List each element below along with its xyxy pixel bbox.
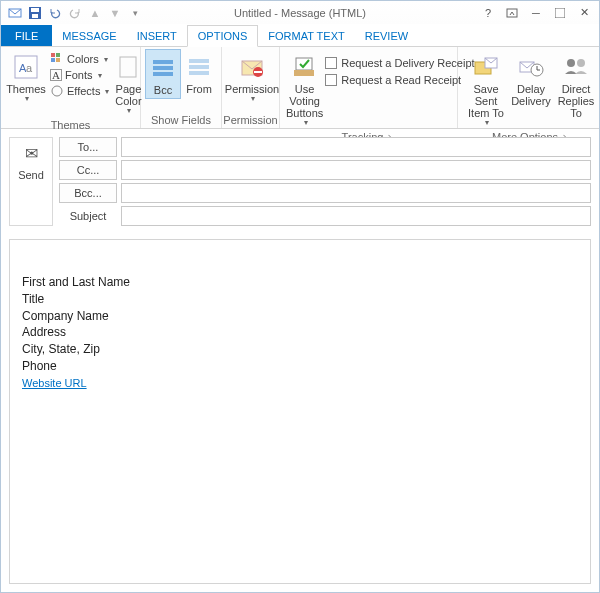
svg-text:a: a xyxy=(26,62,33,74)
svg-rect-20 xyxy=(189,71,209,75)
from-icon xyxy=(185,53,213,81)
qat-customize-icon[interactable]: ▾ xyxy=(127,5,143,21)
minimize-icon[interactable]: ─ xyxy=(527,5,545,21)
quick-access-toolbar: ▲ ▼ ▾ xyxy=(1,5,149,21)
delivery-receipt-checkbox[interactable]: Request a Delivery Receipt xyxy=(325,55,474,71)
save-icon[interactable] xyxy=(27,5,43,21)
send-button[interactable]: ✉ Send xyxy=(9,137,53,226)
redo-icon[interactable] xyxy=(67,5,83,21)
undo-icon[interactable] xyxy=(47,5,63,21)
group-permission-label: Permission xyxy=(223,114,277,126)
svg-rect-9 xyxy=(51,53,55,57)
checkbox-icon xyxy=(325,74,337,86)
bcc-button[interactable]: Bcc... xyxy=(59,183,117,203)
voting-icon xyxy=(291,53,319,81)
permission-button[interactable]: Permission▾ xyxy=(226,49,278,106)
subject-input[interactable] xyxy=(121,206,591,226)
compose-window: ▲ ▼ ▾ Untitled - Message (HTML) ? ─ ✕ FI… xyxy=(0,0,600,593)
svg-rect-10 xyxy=(56,53,60,57)
bcc-input[interactable] xyxy=(121,183,591,203)
signature-line: City, State, Zip xyxy=(22,341,578,358)
themes-button[interactable]: Aa Themes▾ xyxy=(5,49,47,106)
close-icon[interactable]: ✕ xyxy=(575,5,593,21)
group-show-fields-label: Show Fields xyxy=(151,114,211,126)
prev-icon[interactable]: ▲ xyxy=(87,5,103,21)
save-sent-button[interactable]: Save Sent Item To▾ xyxy=(462,49,510,130)
title-bar: ▲ ▼ ▾ Untitled - Message (HTML) ? ─ ✕ xyxy=(1,1,599,25)
from-button[interactable]: From xyxy=(181,49,217,97)
subject-label: Subject xyxy=(59,210,117,222)
ribbon-tabs: FILE MESSAGE INSERT OPTIONS FORMAT TEXT … xyxy=(1,25,599,47)
window-controls: ? ─ ✕ xyxy=(479,5,599,21)
read-receipt-checkbox[interactable]: Request a Read Receipt xyxy=(325,72,474,88)
delay-delivery-button[interactable]: Delay Delivery xyxy=(510,49,552,109)
svg-rect-4 xyxy=(507,9,517,17)
svg-rect-16 xyxy=(153,66,173,70)
page-color-icon xyxy=(114,53,142,81)
svg-rect-24 xyxy=(296,58,312,70)
window-title: Untitled - Message (HTML) xyxy=(234,7,366,19)
svg-rect-15 xyxy=(153,60,173,64)
colors-icon xyxy=(50,52,64,66)
signature-link[interactable]: Website URL xyxy=(22,377,87,389)
bcc-button[interactable]: Bcc xyxy=(145,49,181,99)
svg-rect-11 xyxy=(51,58,55,62)
group-show-fields: Bcc From Show Fields xyxy=(141,47,222,128)
direct-replies-icon xyxy=(562,53,590,81)
cc-input[interactable] xyxy=(121,160,591,180)
app-icon xyxy=(7,5,23,21)
svg-rect-19 xyxy=(189,65,209,69)
signature-line: First and Last Name xyxy=(22,274,578,291)
svg-rect-17 xyxy=(153,72,173,76)
ribbon: Aa Themes▾ Colors▾ AFonts▾ Effects▾ Page… xyxy=(1,47,599,129)
ribbon-toggle-icon[interactable] xyxy=(503,5,521,21)
fonts-button[interactable]: AFonts▾ xyxy=(47,68,112,82)
svg-rect-25 xyxy=(294,70,314,76)
signature-line: Phone xyxy=(22,358,578,375)
fonts-icon: A xyxy=(50,69,62,81)
group-more-options: Save Sent Item To▾ Delay Delivery Direct… xyxy=(458,47,600,128)
colors-button[interactable]: Colors▾ xyxy=(47,51,112,67)
svg-rect-18 xyxy=(189,59,209,63)
save-sent-icon xyxy=(472,53,500,81)
message-header: ✉ Send To... Cc... Bcc... Subject xyxy=(1,129,599,235)
tab-message[interactable]: MESSAGE xyxy=(52,25,126,46)
tab-file[interactable]: FILE xyxy=(1,25,52,46)
effects-icon xyxy=(50,84,64,98)
tab-insert[interactable]: INSERT xyxy=(127,25,187,46)
tab-review[interactable]: REVIEW xyxy=(355,25,418,46)
send-icon: ✉ xyxy=(25,144,38,163)
chevron-down-icon: ▾ xyxy=(25,95,29,104)
to-input[interactable] xyxy=(121,137,591,157)
tab-options[interactable]: OPTIONS xyxy=(187,25,259,47)
bcc-icon xyxy=(149,54,177,82)
group-permission: Permission▾ Permission xyxy=(222,47,280,128)
signature-line: Address xyxy=(22,324,578,341)
svg-rect-12 xyxy=(56,58,60,62)
direct-replies-button[interactable]: Direct Replies To xyxy=(552,49,600,121)
svg-point-13 xyxy=(52,86,62,96)
tab-format-text[interactable]: FORMAT TEXT xyxy=(258,25,354,46)
delay-icon xyxy=(517,53,545,81)
checkbox-icon xyxy=(325,57,337,69)
svg-rect-3 xyxy=(32,14,38,18)
help-icon[interactable]: ? xyxy=(479,5,497,21)
svg-point-31 xyxy=(577,59,585,67)
maximize-icon[interactable] xyxy=(551,5,569,21)
svg-rect-23 xyxy=(254,71,262,73)
svg-rect-5 xyxy=(555,8,565,18)
svg-rect-14 xyxy=(120,57,136,77)
message-body[interactable]: First and Last Name Title Company Name A… xyxy=(9,239,591,584)
signature-line: Company Name xyxy=(22,308,578,325)
svg-point-30 xyxy=(567,59,575,67)
next-icon[interactable]: ▼ xyxy=(107,5,123,21)
page-color-button[interactable]: Page Color▾ xyxy=(112,49,144,118)
svg-rect-2 xyxy=(31,8,39,12)
permission-icon xyxy=(238,53,266,81)
themes-icon: Aa xyxy=(12,53,40,81)
page-color-label: Page Color xyxy=(114,83,142,107)
effects-button[interactable]: Effects▾ xyxy=(47,83,112,99)
voting-button[interactable]: Use Voting Buttons▾ xyxy=(284,49,325,130)
to-button[interactable]: To... xyxy=(59,137,117,157)
cc-button[interactable]: Cc... xyxy=(59,160,117,180)
